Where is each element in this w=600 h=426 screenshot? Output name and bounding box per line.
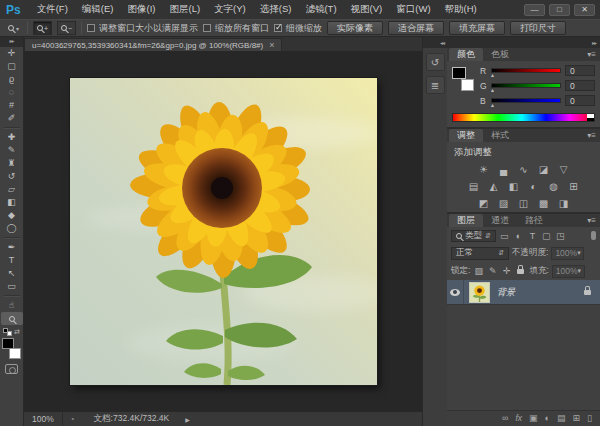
move-tool[interactable]: ✛ xyxy=(1,47,23,60)
lock-all-icon[interactable] xyxy=(515,266,526,276)
gradient-map-icon[interactable]: ▩ xyxy=(537,198,550,210)
canvas[interactable] xyxy=(24,51,422,411)
default-colors-icon[interactable] xyxy=(3,328,12,336)
quick-mask-button[interactable] xyxy=(5,364,18,374)
swap-colors-icon[interactable]: ⇄ xyxy=(14,328,20,336)
menu-layer[interactable]: 图层(L) xyxy=(162,3,207,16)
rect-marquee-tool[interactable]: ▢ xyxy=(1,60,23,73)
channel-mixer-icon[interactable]: ◍ xyxy=(547,181,560,193)
gradient-tool[interactable]: ◧ xyxy=(1,196,23,209)
layer-visibility-cell[interactable] xyxy=(447,280,464,304)
menu-type[interactable]: 文字(Y) xyxy=(207,3,253,16)
strip-expand-button[interactable]: ◂◂ xyxy=(423,37,447,48)
filter-type-dropdown[interactable]: 类型 ⇵ xyxy=(451,230,496,242)
fill-screen-button[interactable]: 填充屏幕 xyxy=(449,21,505,35)
background-color-swatch[interactable] xyxy=(9,348,21,359)
eyedropper-tool[interactable]: ✐ xyxy=(1,112,23,125)
scrubby-zoom-checkbox[interactable]: 细微缩放 xyxy=(274,22,322,35)
maximize-button[interactable]: □ xyxy=(549,4,570,16)
properties-panel-button[interactable]: ≣ xyxy=(426,76,445,94)
menu-file[interactable]: 文件(F) xyxy=(30,3,75,16)
resize-windows-checkbox[interactable]: 调整窗口大小以满屏显示 xyxy=(87,22,198,35)
threshold-icon[interactable]: ◫ xyxy=(517,198,530,210)
minimize-button[interactable]: — xyxy=(524,4,545,16)
print-size-button[interactable]: 打印尺寸 xyxy=(510,21,566,35)
active-tool-badge[interactable]: ▾ xyxy=(5,24,22,33)
curves-icon[interactable]: ∿ xyxy=(517,164,530,176)
menu-help[interactable]: 帮助(H) xyxy=(438,3,484,16)
tab-close-icon[interactable]: × xyxy=(269,40,274,50)
lock-pixels-icon[interactable]: ✎ xyxy=(487,266,498,276)
lock-transparent-icon[interactable]: ▨ xyxy=(473,266,484,276)
hue-saturation-icon[interactable]: ▤ xyxy=(467,181,480,193)
fill-field[interactable]: 100% ▾ xyxy=(552,265,585,278)
selective-color-icon[interactable]: ◨ xyxy=(557,198,570,210)
zoom-in-mode-button[interactable]: + xyxy=(33,21,52,35)
new-layer-icon[interactable]: ⊞ xyxy=(573,414,581,423)
clone-stamp-tool[interactable]: ♜ xyxy=(1,157,23,170)
link-layers-icon[interactable]: ∞ xyxy=(502,414,508,423)
color-lookup-icon[interactable]: ⊞ xyxy=(567,181,580,193)
menu-select[interactable]: 选择(S) xyxy=(253,3,299,16)
layer-style-icon[interactable]: fx xyxy=(515,414,522,423)
layer-mask-icon[interactable]: ▣ xyxy=(529,414,538,423)
levels-icon[interactable]: ▄ xyxy=(497,164,510,176)
lasso-tool[interactable]: ϱ xyxy=(1,73,23,86)
fit-screen-button[interactable]: 适合屏幕 xyxy=(388,21,444,35)
tab-channels[interactable]: 通道 xyxy=(483,214,517,227)
black-white-icon[interactable]: ◧ xyxy=(507,181,520,193)
new-adjustment-layer-icon[interactable]: ◐ xyxy=(545,414,550,423)
dodge-tool[interactable]: ◯ xyxy=(1,222,23,235)
close-button[interactable]: ✕ xyxy=(574,4,595,16)
filter-shape-layers-icon[interactable]: ▢ xyxy=(541,231,552,241)
tab-adjustments[interactable]: 调整 xyxy=(449,129,483,142)
pen-tool[interactable]: ✒ xyxy=(1,241,23,254)
document-tab[interactable]: u=4003629765,3539360341&fm=26&gp=0.jpg @… xyxy=(24,38,282,51)
green-value-field[interactable]: 0 xyxy=(565,80,595,91)
green-slider[interactable]: ▲ xyxy=(491,83,561,88)
panel-menu-icon[interactable]: ▾≡ xyxy=(587,217,596,225)
path-selection-tool[interactable]: ↖ xyxy=(1,267,23,280)
opacity-field[interactable]: 100% ▾ xyxy=(551,247,584,260)
blur-tool[interactable]: ◆ xyxy=(1,209,23,222)
dock-collapse-button[interactable]: ▸▸ xyxy=(447,37,600,48)
blend-mode-dropdown[interactable]: 正常 ⇵ xyxy=(451,247,509,260)
delete-layer-icon[interactable]: ▯ xyxy=(587,414,592,423)
red-value-field[interactable]: 0 xyxy=(565,65,595,76)
rectangle-tool[interactable]: ▭ xyxy=(1,280,23,293)
type-tool[interactable]: T xyxy=(1,254,23,267)
color-spectrum-ramp[interactable] xyxy=(452,113,595,122)
tab-styles[interactable]: 样式 xyxy=(483,129,517,142)
background-color-swatch[interactable] xyxy=(461,79,474,91)
spot-healing-tool[interactable]: ✚ xyxy=(1,131,23,144)
brush-tool[interactable]: ✎ xyxy=(1,144,23,157)
filter-smart-objects-icon[interactable]: ◳ xyxy=(555,231,566,241)
layer-filter-toggle[interactable] xyxy=(591,231,596,240)
filter-pixel-layers-icon[interactable]: ▭ xyxy=(499,231,510,241)
posterize-icon[interactable]: ▨ xyxy=(497,198,510,210)
lock-position-icon[interactable]: ✛ xyxy=(501,266,512,276)
layer-thumbnail[interactable] xyxy=(469,282,490,303)
tab-color[interactable]: 颜色 xyxy=(449,48,483,61)
actual-pixels-button[interactable]: 实际像素 xyxy=(327,21,383,35)
menu-edit[interactable]: 编辑(E) xyxy=(75,3,121,16)
tab-swatches[interactable]: 色板 xyxy=(483,48,517,61)
quick-selection-tool[interactable]: ◌ xyxy=(1,86,23,99)
crop-tool[interactable]: # xyxy=(1,99,23,112)
invert-icon[interactable]: ◩ xyxy=(477,198,490,210)
new-group-icon[interactable]: ▤ xyxy=(557,414,566,423)
history-brush-tool[interactable]: ↺ xyxy=(1,170,23,183)
exposure-icon[interactable]: ◪ xyxy=(537,164,550,176)
menu-filter[interactable]: 滤镜(T) xyxy=(298,3,343,16)
layer-row-background[interactable]: 背景 xyxy=(447,280,600,305)
history-panel-button[interactable]: ↺ xyxy=(426,53,445,71)
brightness-contrast-icon[interactable]: ☀ xyxy=(477,164,490,176)
vibrance-icon[interactable]: ▽ xyxy=(557,164,570,176)
zoom-tool[interactable] xyxy=(1,312,23,325)
foreground-color-swatch[interactable] xyxy=(2,338,14,349)
menu-image[interactable]: 图像(I) xyxy=(121,3,163,16)
blue-value-field[interactable]: 0 xyxy=(565,95,595,106)
tab-layers[interactable]: 图层 xyxy=(449,214,483,227)
blue-slider[interactable]: ▲ xyxy=(491,98,561,103)
menu-window[interactable]: 窗口(W) xyxy=(389,3,437,16)
